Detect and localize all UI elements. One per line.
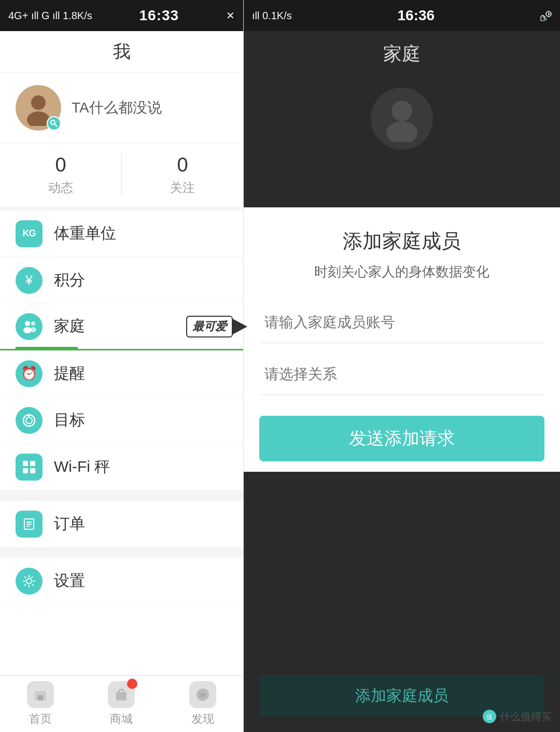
- add-family-desc: 时刻关心家人的身体数据变化: [314, 263, 489, 281]
- arrow-annotation-text: 最可爱: [186, 316, 233, 337]
- svg-point-0: [31, 95, 46, 110]
- stats-row: 0 动态 0 关注: [0, 144, 243, 210]
- dark-bottom-area: 添加家庭成员: [244, 472, 560, 732]
- svg-point-31: [386, 121, 417, 142]
- dongtai-label: 动态: [48, 179, 73, 196]
- relation-input[interactable]: [259, 354, 544, 395]
- network-info-left: 4G+ ıll G ıll 1.8K/s: [8, 10, 92, 22]
- menu-label-weight: 体重单位: [54, 223, 116, 244]
- svg-point-4: [25, 321, 30, 326]
- send-request-button[interactable]: 发送添加请求: [259, 416, 544, 461]
- nav-label-discover: 发现: [191, 711, 214, 727]
- nav-discover[interactable]: 发现: [162, 681, 243, 727]
- dongtai-number: 0: [55, 154, 66, 176]
- points-icon-wrap: ¥: [16, 267, 43, 294]
- svg-rect-12: [30, 461, 35, 466]
- svg-rect-28: [542, 15, 543, 16]
- time-left: 16:33: [139, 7, 179, 24]
- menu-label-points: 积分: [54, 270, 85, 291]
- menu-item-weight[interactable]: KG 体重单位: [0, 210, 243, 257]
- watermark: 值 什么值得买: [482, 709, 552, 724]
- menu-list: KG 体重单位 ¥ 积分 家庭: [0, 210, 243, 675]
- menu-label-reminder: 提醒: [54, 363, 85, 384]
- settings-icon-wrap: [16, 568, 43, 595]
- nav-label-shop: 商城: [110, 711, 133, 727]
- svg-rect-13: [23, 468, 28, 473]
- account-input[interactable]: [259, 302, 544, 343]
- profile-section: TA什么都没说: [0, 73, 243, 144]
- shop-badge: [127, 679, 137, 689]
- svg-point-6: [31, 321, 35, 326]
- svg-point-2: [51, 120, 55, 124]
- send-btn-wrap: 发送添加请求: [244, 405, 560, 472]
- avatar[interactable]: [16, 85, 61, 131]
- family-icon-wrap: [16, 313, 43, 340]
- watermark-text: 什么值得买: [500, 710, 552, 724]
- nav-home[interactable]: 首页: [0, 681, 81, 727]
- svg-rect-22: [116, 692, 127, 700]
- menu-item-order[interactable]: 订单: [0, 501, 243, 547]
- nav-shop[interactable]: 商城: [81, 681, 162, 727]
- svg-point-30: [391, 101, 412, 121]
- svg-point-7: [30, 327, 36, 332]
- svg-rect-21: [38, 695, 43, 700]
- menu-item-points[interactable]: ¥ 积分: [0, 257, 243, 304]
- network-info-right: ıll 0.1K/s: [252, 10, 292, 22]
- menu-item-settings[interactable]: 设置: [0, 558, 243, 604]
- shop-icon-wrap: [108, 681, 135, 708]
- dark-header: 家庭: [244, 31, 560, 207]
- menu-item-target[interactable]: 目标: [0, 397, 243, 444]
- add-family-title: 添加家庭成员: [343, 228, 461, 255]
- menu-label-family: 家庭: [54, 316, 85, 337]
- avatar-search-badge: [47, 116, 61, 131]
- svg-rect-14: [30, 468, 35, 473]
- menu-item-wifi-scale[interactable]: Wi-Fi 秤: [0, 444, 243, 490]
- profile-nickname: TA什么都没说: [72, 98, 162, 118]
- bottom-nav: 首页 商城 发现: [0, 675, 243, 732]
- yen-icon: ¥: [25, 272, 33, 288]
- order-icon-wrap: [16, 511, 43, 538]
- status-bar-left: 4G+ ıll G ıll 1.8K/s 16:33 ✕: [0, 0, 243, 31]
- family-underline: [16, 347, 78, 349]
- menu-item-reminder[interactable]: ⏰ 提醒: [0, 350, 243, 397]
- menu-separator-1: [0, 490, 243, 501]
- svg-text:值: 值: [486, 713, 493, 721]
- stat-guanzhu: 0 关注: [122, 154, 243, 196]
- left-panel: 4G+ ıll G ıll 1.8K/s 16:33 ✕ 我 TA什么都没说: [0, 0, 244, 732]
- input-spacer: [259, 343, 544, 354]
- menu-label-target: 目标: [54, 410, 85, 431]
- input-area: [244, 291, 560, 405]
- add-family-section: 添加家庭成员 时刻关心家人的身体数据变化: [244, 207, 560, 291]
- wifi-scale-icon-wrap: [16, 454, 43, 481]
- svg-rect-11: [23, 461, 28, 466]
- menu-item-family[interactable]: 家庭 最可爱: [0, 304, 243, 350]
- weight-icon-wrap: KG: [16, 220, 43, 247]
- menu-label-order: 订单: [54, 513, 85, 534]
- nav-label-home: 首页: [29, 711, 52, 727]
- svg-point-9: [26, 417, 32, 424]
- status-icons-left: ✕: [226, 9, 235, 22]
- guanzhu-label: 关注: [170, 179, 195, 196]
- svg-point-19: [26, 579, 32, 584]
- guanzhu-number: 0: [177, 154, 188, 176]
- dark-header-title: 家庭: [383, 41, 421, 67]
- svg-line-3: [54, 124, 57, 126]
- page-title-left: 我: [113, 40, 131, 64]
- stat-dongtai: 0 动态: [0, 154, 121, 196]
- right-panel: ıll 0.1K/s 16:36 家庭 添加家庭成员 时刻关心家人的身: [244, 0, 560, 732]
- dark-avatar: [371, 88, 433, 150]
- time-right: 16:36: [398, 7, 435, 24]
- reminder-icon-wrap: ⏰: [16, 360, 43, 387]
- header-left: 我: [0, 31, 243, 73]
- arrow-annotation-wrap: 最可爱: [186, 316, 233, 337]
- menu-label-wifi-scale: Wi-Fi 秤: [54, 456, 110, 477]
- home-icon-wrap: [27, 681, 54, 708]
- target-icon-wrap: [16, 407, 43, 434]
- kg-icon: KG: [23, 228, 36, 239]
- menu-separator-2: [0, 547, 243, 558]
- status-bar-right: ıll 0.1K/s 16:36: [244, 0, 560, 31]
- status-icons-right: [540, 10, 552, 21]
- alarm-icon: ⏰: [21, 365, 37, 382]
- discover-icon-wrap: [189, 681, 216, 708]
- menu-label-settings: 设置: [54, 570, 85, 592]
